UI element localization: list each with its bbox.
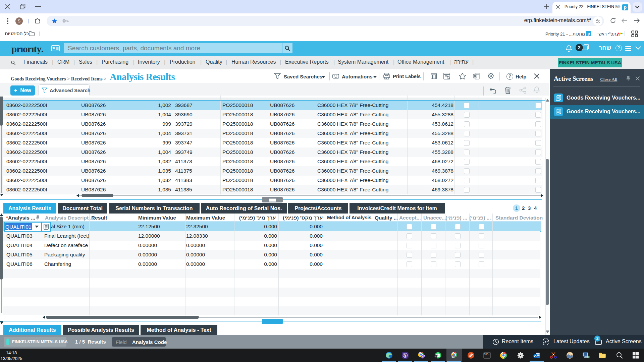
svg-text:O: O: [534, 354, 536, 358]
svg-text:P: P: [424, 355, 425, 357]
svg-text:S: S: [452, 355, 454, 358]
svg-text:G: G: [404, 354, 407, 357]
svg-text:C:\_: C:\_: [484, 353, 490, 355]
svg-text:3: 3: [435, 355, 437, 358]
